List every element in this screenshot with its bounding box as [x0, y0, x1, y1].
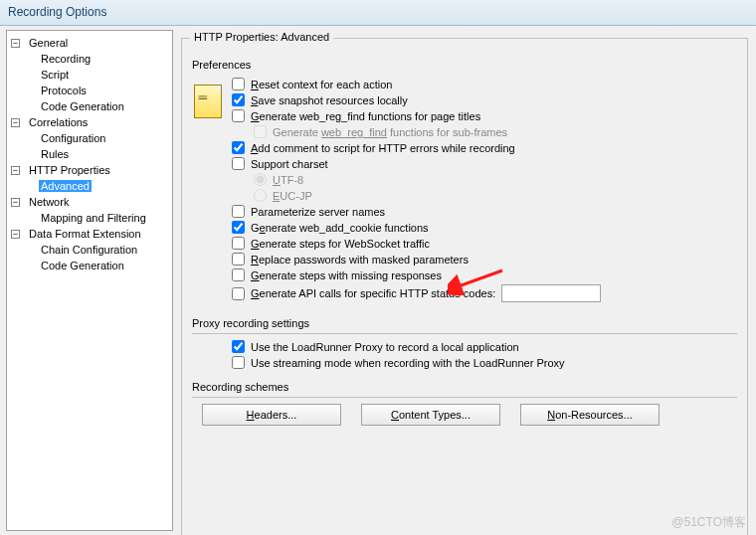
expand-icon[interactable]: − [11, 230, 20, 239]
proxy-settings-label: Proxy recording settings [192, 317, 737, 329]
non-resources-button[interactable]: Non-Resources... [520, 404, 660, 426]
chk-support-charset[interactable] [232, 157, 245, 170]
chk-add-comment[interactable] [232, 141, 245, 154]
chk-param-server[interactable] [232, 205, 245, 218]
lbl-utf8: UTF-8 [273, 174, 303, 186]
tree-data-format-ext[interactable]: Data Format Extension [27, 228, 143, 240]
lbl-reset-context: Reset context for each action [251, 79, 392, 90]
lbl-gen-webregfind: Generate web_reg_find functions for page… [251, 110, 480, 122]
chk-websocket[interactable] [232, 237, 245, 250]
chk-web-add-cookie[interactable] [232, 221, 245, 234]
chk-reset-context[interactable] [232, 78, 245, 90]
lbl-streaming: Use streaming mode when recording with t… [251, 357, 565, 369]
tree-network[interactable]: Network [27, 196, 71, 208]
chk-api-status[interactable] [232, 287, 245, 300]
tree-correlations-config[interactable]: Configuration [39, 132, 107, 144]
headers-button[interactable]: Headers... [202, 404, 341, 426]
lbl-replace-pw: Replace passwords with masked parameters [251, 254, 469, 266]
expand-icon[interactable]: − [11, 166, 20, 175]
nav-tree-panel: − General Recording Script Protocols Cod… [6, 30, 173, 531]
tree-correlations[interactable]: Correlations [27, 116, 90, 128]
watermark: @51CTO博客 [671, 514, 746, 531]
window-titlebar: Recording Options [0, 0, 756, 26]
lbl-websocket: Generate steps for WebSocket traffic [251, 238, 430, 250]
expand-icon[interactable]: − [11, 118, 20, 127]
chk-save-snapshot[interactable] [232, 93, 245, 106]
tree-codegen[interactable]: Code Generation [39, 100, 126, 112]
note-icon [194, 85, 222, 118]
tree-script[interactable]: Script [39, 69, 71, 81]
lbl-use-proxy: Use the LoadRunner Proxy to record a loc… [251, 341, 519, 353]
input-status-codes[interactable] [501, 284, 601, 302]
radio-utf8 [254, 173, 267, 186]
lbl-support-charset: Support charset [251, 158, 328, 170]
chk-gen-webregfind-sub [254, 125, 267, 138]
chk-streaming[interactable] [232, 356, 245, 369]
http-advanced-group: HTTP Properties: Advanced Preferences Re… [181, 38, 748, 535]
tree-general[interactable]: General [27, 37, 70, 49]
lbl-save-snapshot: Save snapshot resources locally [251, 94, 408, 106]
content-types-button[interactable]: Content Types... [361, 404, 500, 426]
expand-icon[interactable]: − [11, 39, 20, 48]
preferences-label: Preferences [192, 59, 737, 71]
panel-title: HTTP Properties: Advanced [190, 31, 333, 43]
lbl-api-status: Generate API calls for specific HTTP sta… [251, 287, 495, 299]
lbl-add-comment: Add comment to script for HTTP errors wh… [251, 142, 515, 154]
chk-use-proxy[interactable] [232, 340, 245, 353]
tree-http-advanced[interactable]: Advanced [39, 180, 92, 192]
tree-recording[interactable]: Recording [39, 53, 93, 65]
chk-replace-pw[interactable] [232, 253, 245, 266]
tree-dfe-codegen[interactable]: Code Generation [39, 260, 126, 271]
tree-mapping-filtering[interactable]: Mapping and Filtering [39, 212, 148, 224]
lbl-gen-webregfind-sub: Generate web_reg_find functions for sub-… [273, 126, 507, 138]
recording-schemes-label: Recording schemes [192, 381, 737, 393]
lbl-eucjp: EUC-JP [273, 190, 312, 202]
expand-icon[interactable]: − [11, 198, 20, 207]
radio-eucjp [254, 189, 267, 202]
lbl-missing-resp: Generate steps with missing responses [251, 269, 442, 281]
tree-correlations-rules[interactable]: Rules [39, 148, 71, 160]
lbl-web-add-cookie: Generate web_add_cookie functions [251, 222, 429, 234]
tree-protocols[interactable]: Protocols [39, 85, 89, 96]
tree-chain-config[interactable]: Chain Configuration [39, 244, 139, 256]
lbl-param-server: Parameterize server names [251, 206, 385, 218]
tree-http-properties[interactable]: HTTP Properties [27, 164, 112, 176]
chk-gen-webregfind[interactable] [232, 109, 245, 122]
chk-missing-resp[interactable] [232, 268, 245, 281]
